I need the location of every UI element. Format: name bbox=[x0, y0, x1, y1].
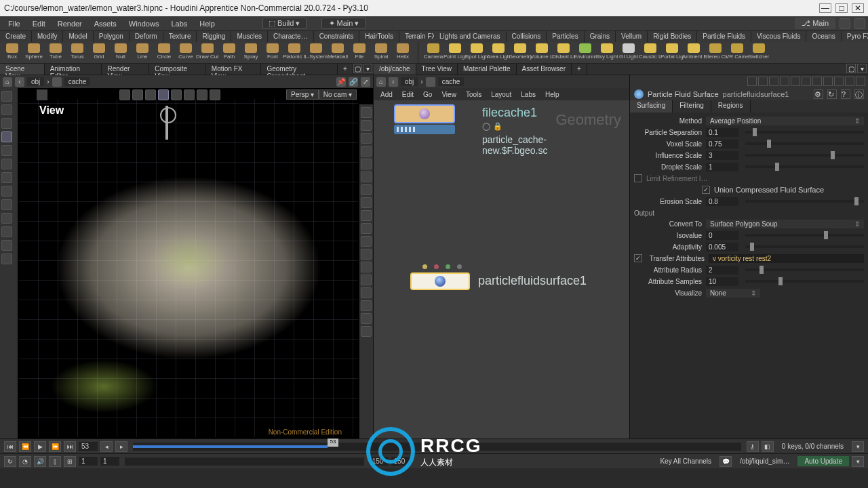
menu-assets[interactable]: Assets bbox=[89, 18, 122, 29]
loop-icon[interactable]: ↻ bbox=[4, 456, 16, 467]
keys-status[interactable]: 0 keys, 0/0 channels bbox=[776, 441, 849, 451]
tool-line[interactable]: Line bbox=[133, 43, 152, 62]
parm-help-icon[interactable]: ? bbox=[841, 89, 850, 99]
shelf-hairtools[interactable]: HairTools bbox=[359, 31, 399, 42]
tool-grid[interactable]: Grid bbox=[90, 43, 108, 62]
ghost-icon[interactable] bbox=[361, 146, 372, 157]
home-icon[interactable]: ⌂ bbox=[3, 77, 12, 87]
tab-add-mid[interactable]: + bbox=[572, 64, 587, 75]
net-path-cache[interactable]: cache bbox=[438, 77, 465, 86]
tool-spiral[interactable]: Spiral bbox=[372, 43, 391, 62]
auto-update-toggle[interactable]: Auto Update bbox=[797, 456, 849, 466]
net-menu-view[interactable]: View bbox=[437, 89, 460, 100]
timeline-marker[interactable]: 53 bbox=[328, 439, 338, 447]
tool-stereocam[interactable]: Stereo Camera bbox=[706, 43, 725, 62]
select-tool-icon[interactable] bbox=[1, 91, 12, 102]
pane-menu-icon[interactable]: ▾ bbox=[363, 64, 372, 73]
val-iso[interactable]: 0 bbox=[706, 231, 738, 240]
parmtab-filtering[interactable]: Filtering bbox=[673, 100, 711, 113]
cb-union[interactable] bbox=[702, 186, 710, 194]
tool-metaball[interactable]: Metaball bbox=[328, 43, 347, 62]
help-icon[interactable] bbox=[854, 18, 865, 29]
menu-labs[interactable]: Labs bbox=[165, 18, 193, 29]
tool-vrcam[interactable]: VR Camera bbox=[728, 43, 747, 62]
tool-camera[interactable]: Camera bbox=[424, 43, 443, 62]
hqlight-icon[interactable] bbox=[361, 262, 372, 272]
window-max[interactable]: □ bbox=[835, 3, 848, 13]
parmtab-surfacing[interactable]: Surfacing bbox=[630, 100, 673, 113]
slider-inf[interactable] bbox=[745, 154, 864, 157]
playbar-prev[interactable]: ⏪ bbox=[19, 441, 31, 452]
pane-menu2-icon[interactable]: ▾ bbox=[857, 64, 867, 73]
tool-vollight[interactable]: Volume Light bbox=[532, 43, 551, 62]
cb-xfer[interactable] bbox=[634, 254, 642, 262]
parm-list-icon[interactable] bbox=[758, 77, 768, 86]
tab-spreadsheet[interactable]: Geometry Spreadsheet bbox=[261, 64, 338, 75]
parm-fav-icon[interactable] bbox=[791, 77, 800, 86]
parm-note-icon[interactable] bbox=[812, 77, 822, 86]
tool-skylight[interactable]: Sky Light bbox=[597, 43, 616, 62]
tool-curve[interactable]: Curve bbox=[176, 43, 195, 62]
node-particlefluidsurface[interactable]: particlefluidsurface1 bbox=[410, 272, 470, 290]
desktop-build[interactable]: ⬚ Build ▾ bbox=[262, 18, 307, 29]
range-start2[interactable]: 1 bbox=[100, 457, 119, 466]
net-home-icon[interactable]: ⌂ bbox=[376, 77, 386, 87]
scope-icon[interactable]: ⊞ bbox=[64, 456, 76, 467]
realtime-icon[interactable]: ◔ bbox=[19, 456, 31, 467]
val-ero[interactable]: 0.8 bbox=[706, 197, 738, 206]
parm-pin-icon[interactable] bbox=[747, 77, 757, 86]
shelf-constraints[interactable]: Constraints bbox=[314, 31, 360, 42]
range-end2[interactable]: 150 bbox=[391, 457, 410, 466]
tab-network[interactable]: /obj/cache bbox=[374, 64, 416, 75]
shelf-lights[interactable]: Lights and Cameras bbox=[434, 31, 507, 42]
parm-menu-icon[interactable] bbox=[856, 77, 865, 86]
tool-tube[interactable]: Tube bbox=[46, 43, 65, 62]
tab-tree-view[interactable]: Tree View bbox=[416, 64, 458, 75]
slider-drop[interactable] bbox=[745, 165, 864, 168]
cam-icon[interactable] bbox=[361, 274, 372, 285]
shelf-pfluids[interactable]: Particle Fluids bbox=[697, 31, 751, 42]
timeline[interactable]: 53 bbox=[133, 443, 741, 451]
tool-path[interactable]: Path bbox=[220, 43, 239, 62]
tool-file[interactable]: File bbox=[350, 43, 369, 62]
tool-platonic[interactable]: Platonic Solids bbox=[285, 43, 304, 62]
val-adap[interactable]: 0.005 bbox=[706, 243, 738, 251]
link-icon[interactable]: 🔗 bbox=[349, 77, 358, 87]
menu-edit[interactable]: Edit bbox=[27, 18, 51, 29]
network-canvas[interactable]: Geometry filecache1 ◯ 🔒 particle_cache-n… bbox=[374, 100, 629, 439]
tool-pointlight[interactable]: Point Light bbox=[446, 43, 465, 62]
shelf-character[interactable]: Characte… bbox=[268, 31, 314, 42]
parm-info-icon[interactable]: ⓘ bbox=[854, 89, 864, 99]
wire-icon[interactable] bbox=[361, 133, 372, 144]
tab-render-view[interactable]: Render View bbox=[102, 64, 149, 75]
tool-spotlight[interactable]: Spot Light bbox=[467, 43, 486, 62]
range-slider[interactable] bbox=[125, 458, 364, 466]
viewport-canvas[interactable]: Persp ▾ No cam ▾ View Non-Commercial Edi… bbox=[18, 88, 359, 439]
parm-folder-icon[interactable] bbox=[845, 77, 854, 86]
val-voxel[interactable]: 0.75 bbox=[706, 140, 738, 148]
audio-icon[interactable]: 🔊 bbox=[34, 456, 46, 467]
shelf-pyro[interactable]: Pyro FX bbox=[842, 31, 868, 42]
normals-icon[interactable] bbox=[361, 197, 372, 208]
menu-render[interactable]: Render bbox=[52, 18, 87, 29]
flipbook-icon[interactable] bbox=[1, 240, 12, 251]
parm-grid2-icon[interactable] bbox=[780, 77, 789, 86]
keys-menu-icon[interactable]: ▾ bbox=[852, 441, 864, 452]
dd-method[interactable]: Average Position⇕ bbox=[706, 117, 864, 125]
gamma-icon[interactable] bbox=[361, 313, 372, 324]
slider-voxel[interactable] bbox=[745, 142, 864, 145]
tool-drawcurve[interactable]: Draw Curve bbox=[198, 43, 217, 62]
shelf-muscles[interactable]: Muscles bbox=[231, 31, 268, 42]
magnet-icon[interactable] bbox=[1, 199, 12, 210]
parm-color-icon[interactable] bbox=[823, 77, 833, 86]
fg-icon[interactable] bbox=[361, 236, 372, 247]
val-psep[interactable]: 0.1 bbox=[706, 128, 738, 137]
disp-opt-icon[interactable] bbox=[361, 107, 372, 118]
handle-tool-icon[interactable] bbox=[1, 131, 12, 142]
net-menu-edit[interactable]: Edit bbox=[398, 89, 418, 100]
pin-icon[interactable]: 📌 bbox=[336, 77, 346, 87]
view-gizmo-icon[interactable] bbox=[153, 106, 180, 146]
bookmark-icon[interactable]: ◧ bbox=[762, 441, 774, 452]
tool-circle[interactable]: Circle bbox=[155, 43, 174, 62]
slider-arad[interactable] bbox=[745, 268, 864, 271]
